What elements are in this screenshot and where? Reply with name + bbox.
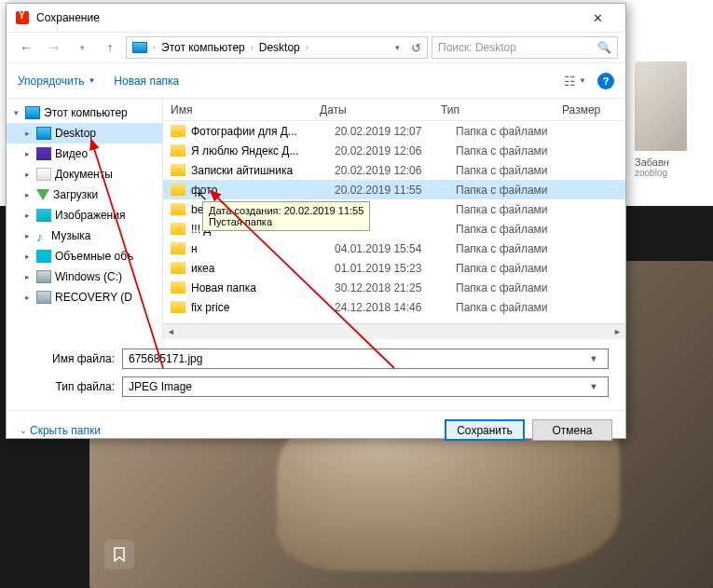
chevron-right-icon: › (251, 43, 254, 52)
scroll-left-button[interactable]: ◄ (163, 324, 179, 340)
folder-icon (171, 281, 185, 294)
file-row[interactable]: фото20.02.2019 11:55Папка с файлами (163, 180, 625, 199)
tree-label: Этот компьютер (44, 106, 128, 119)
pc-icon (25, 106, 40, 119)
new-folder-button[interactable]: Новая папка (114, 75, 179, 88)
tree-node[interactable]: ▸Загрузки (7, 185, 162, 205)
close-button[interactable]: ✕ (579, 5, 616, 31)
column-headers[interactable]: Имя Даты Тип Размер (163, 99, 625, 121)
img-icon (36, 209, 51, 222)
tree-node[interactable]: ▸♪Музыка (7, 226, 162, 246)
expand-icon[interactable]: ▸ (21, 272, 33, 281)
file-row[interactable]: икеа01.01.2019 15:23Папка с файлами (163, 258, 625, 278)
back-button[interactable]: ← (14, 35, 38, 60)
folder-icon (171, 164, 185, 176)
tree-label: Объемные объ (55, 250, 133, 263)
horizontal-scrollbar[interactable]: ◄ ► (163, 323, 625, 339)
drv-icon (36, 291, 51, 304)
tree-label: Windows (C:) (55, 270, 122, 283)
expand-icon[interactable]: ▸ (21, 149, 33, 158)
pc-icon (132, 42, 147, 53)
folder-icon (171, 125, 185, 137)
cancel-button[interactable]: Отмена (532, 419, 612, 441)
up-button[interactable]: ↑ (98, 35, 122, 60)
tree-label: Видео (55, 147, 88, 160)
folder-icon (171, 203, 185, 215)
recent-dropdown[interactable]: ▾ (70, 35, 94, 60)
chevron-right-icon: › (153, 43, 156, 52)
hide-folders-button[interactable]: ⌄ Скрыть папки (20, 424, 101, 437)
filetype-label: Тип файла: (16, 380, 122, 393)
tree-node[interactable]: ▸Видео (7, 144, 162, 164)
file-row[interactable]: Фотографии для Д...20.02.2019 12:07Папка… (163, 121, 625, 141)
tree-node[interactable]: ▾Этот компьютер (7, 103, 162, 123)
expand-icon[interactable]: ▸ (21, 293, 33, 302)
expand-icon[interactable]: ▸ (21, 231, 33, 240)
desk-icon (36, 127, 51, 140)
address-dropdown-icon[interactable]: ▾ (395, 43, 400, 52)
file-row[interactable]: н04.01.2019 15:54Папка с файлами (163, 239, 625, 258)
tree-node[interactable]: ▸Объемные объ (7, 246, 162, 267)
chevron-down-icon[interactable]: ▼ (585, 354, 602, 363)
expand-icon[interactable]: ▸ (21, 170, 33, 179)
3d-icon (36, 250, 51, 263)
cursor-icon: ↖ (197, 188, 208, 203)
tree-node[interactable]: ▸Windows (C:) (7, 267, 162, 287)
tree-label: RECOVERY (D (55, 291, 132, 304)
chevron-right-icon: › (306, 43, 309, 52)
expand-icon[interactable]: ▾ (10, 108, 21, 117)
forward-button[interactable]: → (42, 35, 66, 60)
tree-node[interactable]: ▸Изображения (7, 205, 162, 226)
drv-icon (36, 270, 51, 283)
address-bar[interactable]: › Этот компьютер › Desktop › ▾ ↻ (126, 36, 428, 59)
tree-label: Desktop (55, 127, 96, 140)
file-row[interactable]: Записки айтишника20.02.2019 12:06Папка с… (163, 160, 625, 180)
filename-label: Имя файла: (16, 352, 122, 365)
save-dialog: Сохранение ✕ ← → ▾ ↑ › Этот компьютер › … (6, 3, 626, 439)
organize-button[interactable]: Упорядочить▼ (18, 75, 95, 88)
scroll-right-button[interactable]: ► (610, 324, 625, 340)
filename-fields: Имя файла: 675685171.jpg ▼ Тип файла: JP… (7, 339, 625, 410)
save-button[interactable]: Сохранить (445, 419, 525, 441)
file-row[interactable]: Новая папка30.12.2018 21:25Папка с файла… (163, 278, 625, 297)
expand-icon[interactable]: ▸ (21, 252, 33, 261)
titlebar: Сохранение ✕ (7, 4, 625, 32)
tree-label: Музыка (51, 229, 90, 242)
yandex-logo-icon (16, 11, 29, 24)
file-row[interactable]: Я люблю Яндекс Д...20.02.2019 12:06Папка… (163, 141, 625, 160)
filename-input[interactable]: 675685171.jpg ▼ (122, 349, 609, 369)
expand-icon[interactable]: ▸ (21, 211, 33, 220)
file-row[interactable]: fix price24.12.2018 14:46Папка с файлами (163, 297, 625, 317)
chevron-down-icon[interactable]: ▼ (585, 382, 602, 391)
chevron-down-icon: ⌄ (20, 426, 27, 435)
expand-icon[interactable]: ▸ (21, 129, 33, 138)
tree-label: Изображения (55, 209, 125, 222)
filetype-select[interactable]: JPEG Image ▼ (122, 376, 609, 397)
expand-icon[interactable]: ▸ (21, 190, 33, 199)
tree-node[interactable]: ▸RECOVERY (D (7, 287, 162, 308)
bookmark-button[interactable] (104, 540, 134, 569)
toolbar: Упорядочить▼ Новая папка ☷ ▼ ? (7, 63, 625, 99)
tree-label: Загрузки (53, 188, 98, 201)
tree-node[interactable]: ▸Desktop (7, 123, 162, 144)
tree-label: Документы (55, 168, 113, 181)
breadcrumb-item[interactable]: Этот компьютер (161, 41, 245, 54)
breadcrumb-item[interactable]: Desktop (259, 41, 300, 54)
vid-icon (36, 147, 51, 160)
thumbnail[interactable]: Забавн zooblog (635, 62, 706, 178)
refresh-icon[interactable]: ↻ (411, 41, 421, 55)
dl-icon (36, 189, 49, 200)
folder-icon (171, 184, 185, 196)
folder-tree[interactable]: ▾Этот компьютер▸Desktop▸Видео▸Документы▸… (7, 99, 163, 339)
search-input[interactable]: Поиск: Desktop 🔍 (432, 36, 618, 59)
folder-icon (171, 301, 185, 313)
file-list[interactable]: Фотографии для Д...20.02.2019 12:07Папка… (163, 121, 625, 323)
file-pane: Имя Даты Тип Размер Фотографии для Д...2… (163, 99, 625, 339)
folder-icon (171, 262, 185, 274)
mus-icon: ♪ (36, 229, 48, 242)
chevron-down-icon: ▼ (88, 76, 95, 85)
dialog-footer: ⌄ Скрыть папки Сохранить Отмена (7, 410, 625, 449)
help-button[interactable]: ? (597, 73, 614, 89)
tree-node[interactable]: ▸Документы (7, 164, 162, 185)
view-options-button[interactable]: ☷ ▼ (564, 74, 586, 89)
